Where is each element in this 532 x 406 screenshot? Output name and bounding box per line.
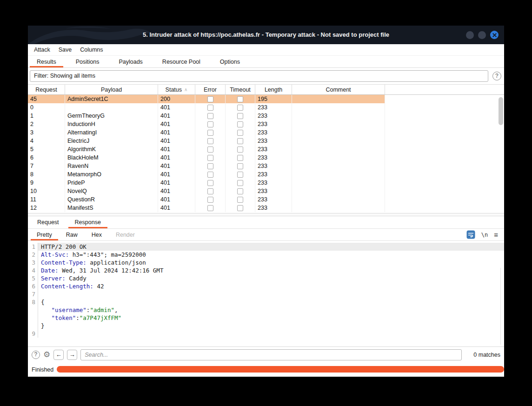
panel-splitter[interactable] — [28, 213, 504, 216]
timeout-checkbox[interactable] — [237, 105, 243, 111]
timeout-checkbox[interactable] — [237, 172, 243, 178]
cell-filler — [385, 162, 504, 170]
line-number: 2 — [28, 251, 38, 259]
timeout-checkbox[interactable] — [237, 155, 243, 161]
table-row[interactable]: 5AlgorithmK401233 — [28, 145, 504, 153]
tab-payloads[interactable]: Payloads — [112, 56, 149, 67]
error-checkbox[interactable] — [207, 121, 213, 127]
error-checkbox[interactable] — [207, 138, 213, 144]
table-row[interactable]: 3AlternatingI401233 — [28, 128, 504, 137]
table-row[interactable]: 4ElectricJ401233 — [28, 137, 504, 145]
code-segment: Server: — [41, 275, 66, 282]
close-button[interactable] — [490, 31, 499, 39]
table-row[interactable]: 6BlackHoleM401233 — [28, 153, 504, 162]
timeout-checkbox[interactable] — [237, 180, 243, 186]
cell-payload: RavenN — [65, 162, 158, 170]
column-header-request[interactable]: Request — [28, 85, 65, 94]
timeout-checkbox[interactable] — [237, 113, 243, 119]
help-icon[interactable]: ? — [492, 72, 501, 80]
menu-attack[interactable]: Attack — [30, 45, 54, 54]
next-match-button[interactable]: → — [67, 350, 77, 360]
error-checkbox[interactable] — [207, 146, 213, 153]
error-checkbox[interactable] — [207, 205, 213, 211]
minimize-button[interactable] — [466, 31, 474, 39]
timeout-checkbox[interactable] — [237, 121, 243, 127]
error-checkbox[interactable] — [207, 155, 213, 161]
search-input[interactable] — [80, 349, 462, 360]
column-header-length[interactable]: Length — [255, 85, 292, 94]
tab-results[interactable]: Results — [30, 56, 63, 67]
tab-hex[interactable]: Hex — [86, 229, 108, 240]
error-checkbox[interactable] — [207, 188, 213, 194]
cell-filler — [385, 103, 504, 112]
error-checkbox[interactable] — [207, 113, 213, 119]
column-header-error[interactable]: Error — [195, 85, 226, 94]
table-row[interactable]: 12ManifestS401233 — [28, 204, 504, 212]
column-header-comment[interactable]: Comment — [292, 85, 385, 94]
timeout-checkbox[interactable] — [237, 96, 243, 102]
column-header-status[interactable]: Status∧ — [158, 85, 195, 94]
error-checkbox[interactable] — [207, 105, 213, 111]
window-controls — [466, 26, 499, 44]
column-header-timeout[interactable]: Timeout — [226, 85, 255, 94]
column-label: Payload — [101, 87, 122, 93]
timeout-checkbox[interactable] — [237, 205, 243, 211]
cell-length: 233 — [255, 204, 292, 212]
cell-timeout — [226, 187, 255, 195]
cell-filler — [385, 95, 504, 103]
maximize-button[interactable] — [478, 31, 486, 39]
table-row[interactable]: 7RavenN401233 — [28, 162, 504, 170]
code-line: 5Server: Caddy — [28, 274, 504, 282]
cell-status: 401 — [158, 112, 195, 120]
timeout-checkbox[interactable] — [237, 197, 243, 203]
error-checkbox[interactable] — [207, 130, 213, 136]
tab-request[interactable]: Request — [31, 216, 66, 228]
table-row[interactable]: 11QuestionR401233 — [28, 195, 504, 204]
table-row[interactable]: 45AdminSecret1C200195 — [28, 95, 504, 103]
error-checkbox[interactable] — [207, 197, 213, 203]
timeout-checkbox[interactable] — [237, 188, 243, 194]
table-row[interactable]: 2InductionH401233 — [28, 120, 504, 128]
word-wrap-icon[interactable] — [466, 230, 475, 239]
cell-status: 401 — [158, 195, 195, 204]
code-text: Server: Caddy — [38, 274, 504, 282]
menu-save[interactable]: Save — [54, 45, 76, 54]
search-settings-icon[interactable]: ⚙ — [43, 351, 50, 359]
cell-payload: BlackHoleM — [65, 153, 158, 162]
editor-scrollbar-track[interactable] — [500, 268, 501, 345]
search-help-icon[interactable]: ? — [32, 351, 40, 359]
menu-columns[interactable]: Columns — [76, 45, 107, 54]
table-row[interactable]: 1GermTheoryG401233 — [28, 112, 504, 120]
column-header-payload[interactable]: Payload — [65, 85, 158, 94]
error-checkbox[interactable] — [207, 180, 213, 186]
table-scrollbar-thumb[interactable] — [499, 97, 503, 125]
previous-match-button[interactable]: ← — [53, 350, 64, 360]
timeout-checkbox[interactable] — [237, 146, 243, 153]
tab-response[interactable]: Response — [68, 216, 107, 228]
editor-menu-icon[interactable]: ≡ — [494, 231, 498, 239]
cell-timeout — [226, 128, 255, 137]
timeout-checkbox[interactable] — [237, 130, 243, 136]
error-checkbox[interactable] — [207, 163, 213, 169]
newline-toggle-icon[interactable]: \n — [481, 232, 488, 238]
cell-length: 233 — [255, 187, 292, 195]
tab-pretty[interactable]: Pretty — [31, 229, 58, 240]
error-checkbox[interactable] — [207, 96, 213, 102]
message-tabs: RequestResponse — [28, 216, 504, 229]
tab-resource-pool[interactable]: Resource Pool — [155, 56, 207, 67]
filter-bar[interactable]: Filter: Showing all items — [30, 70, 488, 82]
table-row[interactable]: 10NovelQ401233 — [28, 187, 504, 195]
timeout-checkbox[interactable] — [237, 163, 243, 169]
tab-options[interactable]: Options — [213, 56, 247, 67]
tab-positions[interactable]: Positions — [69, 56, 106, 67]
timeout-checkbox[interactable] — [237, 138, 243, 144]
error-checkbox[interactable] — [207, 172, 213, 178]
table-body: 45AdminSecret1C20019504012331GermTheoryG… — [28, 95, 504, 213]
cell-comment — [292, 137, 385, 145]
table-row[interactable]: 9PrideP401233 — [28, 179, 504, 187]
table-row[interactable]: 8MetamorphO401233 — [28, 170, 504, 179]
table-row[interactable]: 0401233 — [28, 103, 504, 112]
tab-raw[interactable]: Raw — [60, 229, 84, 240]
code-line: 9 — [28, 330, 504, 338]
response-editor[interactable]: 1HTTP/2 200 OK2Alt-Svc: h3=":443"; ma=25… — [28, 241, 504, 346]
